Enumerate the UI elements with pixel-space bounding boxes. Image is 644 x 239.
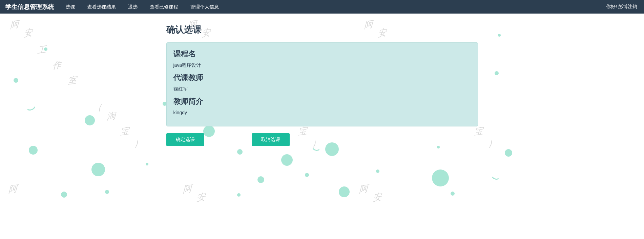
user-greeting: 你好! 彭博 [606,4,628,9]
teacher-label: 代课教师 [173,73,471,83]
teacher-intro-value: kingdy [173,110,471,115]
logout-link[interactable]: 注销 [628,4,637,9]
navbar-user-area: 你好! 彭博注销 [606,4,644,10]
app-brand[interactable]: 学生信息管理系统 [0,3,60,11]
nav-view-results[interactable]: 查看选课结果 [81,0,122,14]
top-navbar: 学生信息管理系统 选课 查看选课结果 退选 查看已修课程 管理个人信息 你好! … [0,0,644,14]
action-buttons: 确定选课 取消选课 [166,133,478,146]
nav-select-course[interactable]: 选课 [60,0,81,14]
course-name-label: 课程名 [173,49,471,59]
confirm-button[interactable]: 确定选课 [166,133,204,146]
teacher-intro-label: 教师简介 [173,96,471,106]
main-container: 确认选课 课程名 java程序设计 代课教师 鞠红军 教师简介 kingdy 确… [166,14,478,146]
page-title: 确认选课 [166,24,478,36]
nav-completed-courses[interactable]: 查看已修课程 [144,0,184,14]
cancel-button[interactable]: 取消选课 [252,133,290,146]
nav-drop-course[interactable]: 退选 [122,0,144,14]
nav-manage-profile[interactable]: 管理个人信息 [184,0,225,14]
teacher-value: 鞠红军 [173,86,471,92]
course-confirm-panel: 课程名 java程序设计 代课教师 鞠红军 教师简介 kingdy [166,42,478,126]
course-name-value: java程序设计 [173,62,471,68]
